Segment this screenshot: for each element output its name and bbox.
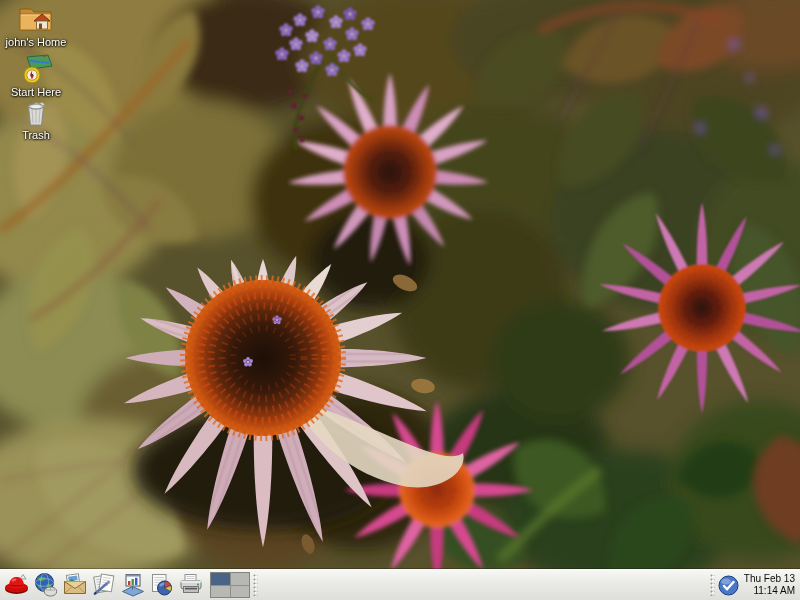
desktop-screen: john's Home Start Here Trash: [0, 0, 800, 600]
home-folder-icon: [17, 2, 55, 34]
main-menu-button[interactable]: [3, 571, 31, 599]
spreadsheet-button[interactable]: [148, 571, 176, 599]
desktop-icon-home[interactable]: john's Home: [3, 2, 69, 48]
desktop-icon-start-here[interactable]: Start Here: [3, 54, 69, 98]
update-check-icon: [718, 575, 739, 596]
workspace-4[interactable]: [231, 586, 250, 598]
clock-applet[interactable]: Thu Feb 13 11:14 AM: [740, 573, 800, 598]
printer-icon: [178, 572, 204, 598]
notification-area-handle[interactable]: [710, 574, 715, 596]
email-button[interactable]: [61, 571, 89, 599]
desktop-icon-label: Trash: [22, 129, 50, 141]
globe-mouse-icon: [33, 572, 59, 598]
envelope-photo-icon: [62, 572, 88, 598]
web-browser-button[interactable]: [32, 571, 60, 599]
documents-pen-icon: [91, 572, 117, 598]
slide-chart-icon: [120, 572, 146, 598]
bottom-panel: Thu Feb 13 11:14 AM: [0, 569, 800, 600]
clock-time: 11:14 AM: [744, 585, 795, 598]
coneflower-photo: [0, 0, 800, 600]
workspace-switcher[interactable]: [210, 572, 250, 598]
pie-chart-sheet-icon: [149, 572, 175, 598]
workspace-3[interactable]: [211, 586, 230, 598]
wallpaper: [0, 0, 800, 600]
workspace-1[interactable]: [211, 573, 230, 585]
panel-launchers: [0, 571, 205, 599]
word-processor-button[interactable]: [90, 571, 118, 599]
applet-drag-handle[interactable]: [253, 574, 258, 596]
red-fedora-icon: [4, 572, 30, 598]
trash-icon: [21, 97, 51, 127]
update-notifier-button[interactable]: [718, 574, 740, 596]
print-manager-button[interactable]: [177, 571, 205, 599]
workspace-2[interactable]: [231, 573, 250, 585]
start-here-icon: [19, 54, 53, 84]
clock-date: Thu Feb 13: [744, 573, 795, 586]
desktop-icon-trash[interactable]: Trash: [3, 97, 69, 141]
presentation-button[interactable]: [119, 571, 147, 599]
desktop-icon-label: john's Home: [6, 36, 67, 48]
